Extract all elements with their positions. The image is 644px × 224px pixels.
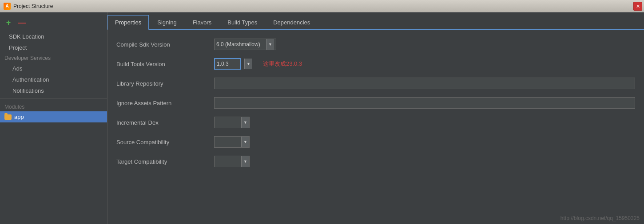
tab-bar: Properties Signing Flavors Build Types D… — [107, 12, 644, 30]
compile-sdk-version-row: Compile Sdk Version 6.0 (Marshmallow) ▼ — [116, 37, 635, 51]
tab-properties[interactable]: Properties — [107, 15, 149, 30]
source-compatibility-value: ▼ — [214, 136, 635, 148]
compile-sdk-version-label: Compile Sdk Version — [116, 41, 214, 48]
sidebar: + — SDK Location Project Developer Servi… — [0, 12, 107, 224]
source-compatibility-label: Source Compatibility — [116, 139, 214, 145]
sidebar-item-notifications[interactable]: Notifications — [0, 85, 107, 96]
library-repository-row: Library Repository — [116, 76, 635, 90]
source-compatibility-arrow[interactable]: ▼ — [241, 137, 249, 147]
incremental-dex-label: Incremental Dex — [116, 119, 214, 126]
build-tools-version-row: Build Tools Version ▼ 这里改成23.0.3 — [116, 57, 635, 71]
incremental-dex-value: ▼ — [214, 117, 635, 128]
sidebar-item-developer-services[interactable]: Developer Services — [0, 53, 107, 63]
target-compatibility-value: ▼ — [214, 156, 635, 167]
tab-signing[interactable]: Signing — [150, 15, 184, 30]
library-repository-label: Library Repository — [116, 80, 214, 87]
ignore-assets-pattern-input[interactable] — [214, 97, 635, 109]
add-button[interactable]: + — [4, 18, 13, 28]
compile-sdk-version-arrow[interactable]: ▼ — [266, 39, 274, 50]
library-repository-value — [214, 78, 635, 89]
main-container: + — SDK Location Project Developer Servi… — [0, 12, 644, 224]
build-tools-version-label: Build Tools Version — [116, 61, 214, 67]
incremental-dex-row: Incremental Dex ▼ — [116, 115, 635, 130]
remove-button[interactable]: — — [17, 18, 27, 28]
incremental-dex-arrow[interactable]: ▼ — [241, 117, 249, 128]
incremental-dex-select[interactable]: ▼ — [214, 117, 250, 128]
app-label: app — [14, 114, 24, 120]
target-compatibility-arrow[interactable]: ▼ — [241, 156, 249, 167]
sidebar-item-ads[interactable]: Ads — [0, 63, 107, 74]
library-repository-input[interactable] — [214, 78, 635, 89]
app-icon: A — [4, 3, 11, 10]
build-tools-version-arrow[interactable]: ▼ — [244, 59, 252, 69]
target-compatibility-row: Target Compatibility ▼ — [116, 154, 635, 169]
watermark: http://blog.csdn.net/qq_15950325 — [561, 215, 640, 221]
tab-flavors[interactable]: Flavors — [185, 15, 219, 30]
title-bar: A Project Structure ✕ — [0, 0, 644, 12]
sidebar-actions: + — — [0, 16, 107, 31]
target-compatibility-label: Target Compatibility — [116, 158, 214, 165]
sidebar-divider — [0, 98, 107, 98]
build-tools-version-value: ▼ 这里改成23.0.3 — [214, 58, 635, 70]
sidebar-item-project[interactable]: Project — [0, 42, 107, 53]
compile-sdk-version-select[interactable]: 6.0 (Marshmallow) ▼ — [214, 39, 276, 50]
source-compatibility-row: Source Compatibility ▼ — [116, 135, 635, 149]
compile-sdk-version-value: 6.0 (Marshmallow) ▼ — [214, 39, 635, 50]
ignore-assets-pattern-value — [214, 97, 635, 109]
close-button[interactable]: ✕ — [633, 2, 642, 11]
sidebar-item-app[interactable]: app — [0, 111, 107, 122]
compile-sdk-version-text: 6.0 (Marshmallow) — [216, 41, 264, 47]
build-tools-annotation: 这里改成23.0.3 — [263, 60, 302, 68]
ignore-assets-pattern-row: Ignore Assets Pattern — [116, 96, 635, 110]
content-area: Properties Signing Flavors Build Types D… — [107, 12, 644, 224]
folder-icon — [4, 114, 12, 120]
modules-label: Modules — [0, 100, 107, 111]
sidebar-item-sdk-location[interactable]: SDK Location — [0, 31, 107, 42]
build-tools-version-input[interactable] — [214, 58, 241, 70]
source-compatibility-select[interactable]: ▼ — [214, 136, 250, 148]
title-bar-text: Project Structure — [13, 3, 53, 9]
tab-dependencies[interactable]: Dependencies — [266, 15, 318, 30]
properties-content: Compile Sdk Version 6.0 (Marshmallow) ▼ … — [107, 30, 644, 224]
target-compatibility-select[interactable]: ▼ — [214, 156, 250, 167]
sidebar-item-authentication[interactable]: Authentication — [0, 74, 107, 85]
tab-build-types[interactable]: Build Types — [220, 15, 265, 30]
ignore-assets-pattern-label: Ignore Assets Pattern — [116, 100, 214, 106]
